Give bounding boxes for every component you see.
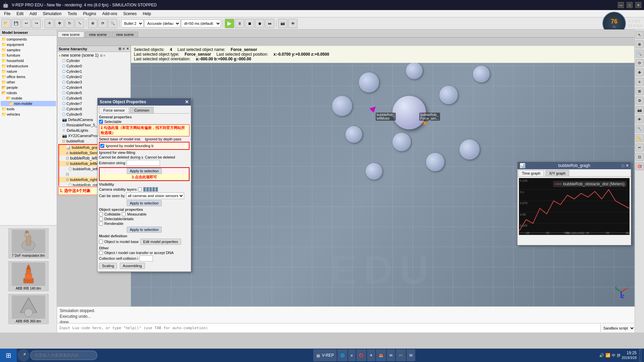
tb-select[interactable]: ✛ bbox=[45, 19, 54, 28]
graph-tab-xy[interactable]: X/Y graph bbox=[545, 170, 569, 176]
sh-item-cylinder4[interactable]: ⬡Cylinder4 bbox=[58, 85, 130, 90]
detectable-checkbox[interactable] bbox=[99, 217, 103, 221]
camlayer-btn-2[interactable] bbox=[146, 187, 149, 192]
tool-btn-7[interactable]: ⊞ bbox=[636, 87, 644, 95]
sh-close[interactable]: ✕ bbox=[126, 47, 129, 51]
extstring-input[interactable] bbox=[126, 160, 160, 166]
camlayer-btn-3[interactable] bbox=[149, 187, 152, 192]
tree-item-infrastructure[interactable]: 📁infrastructure bbox=[1, 63, 56, 69]
taskbar-firefox[interactable]: 🦊 bbox=[376, 349, 386, 361]
tool-btn-8[interactable]: ⚙ bbox=[636, 97, 644, 105]
menu-scenes[interactable]: Scenes bbox=[121, 11, 140, 17]
tree-item-people[interactable]: 📂people bbox=[1, 85, 56, 90]
tb-cam-pan[interactable]: ⊕ bbox=[88, 19, 97, 28]
tool-btn-1[interactable]: ↖ bbox=[636, 31, 644, 39]
sim-engine-select[interactable]: Bullet 2 ODE bbox=[121, 19, 144, 27]
taskbar-vrep[interactable]: 🤖 V-REP bbox=[313, 349, 337, 361]
sh-item-cylinder3[interactable]: ⬡Cylinder3 bbox=[58, 79, 130, 85]
menu-simulation[interactable]: Simulation bbox=[40, 11, 64, 17]
sh-item-cylinder[interactable]: ⬡Cylinder bbox=[58, 58, 130, 63]
tool-btn-5[interactable]: ✥ bbox=[636, 68, 644, 76]
tb-save[interactable]: 💾 bbox=[11, 19, 21, 28]
canbeseen-select[interactable]: all cameras and vision sensors bbox=[126, 192, 184, 199]
tree-item-vehicles[interactable]: 📁vehicles bbox=[1, 112, 56, 117]
taskbar-start-button[interactable]: ⊞ bbox=[0, 349, 17, 362]
tree-item-officeitems[interactable]: 📁office items bbox=[1, 74, 56, 79]
modelbounding-checkbox[interactable] bbox=[100, 144, 104, 148]
model-preview-abb360[interactable]: ABB IRB 360.ttm bbox=[8, 294, 49, 324]
maximize-button[interactable]: □ bbox=[627, 2, 633, 8]
tool-btn-11[interactable]: 🔧 bbox=[636, 125, 644, 133]
taskbar-search-input[interactable] bbox=[30, 351, 97, 360]
menu-tools[interactable]: Tools bbox=[65, 11, 79, 17]
graph-tab-time[interactable]: Time graph bbox=[518, 170, 544, 176]
tb-cam-zoom[interactable]: 🔍 bbox=[108, 19, 117, 28]
tb-move[interactable]: ✥ bbox=[55, 19, 64, 28]
taskbar-app2[interactable]: ✈ bbox=[367, 349, 375, 361]
collection-input[interactable] bbox=[140, 255, 153, 261]
minimize-button[interactable]: — bbox=[618, 2, 624, 8]
tb-scale[interactable]: ⤡ bbox=[75, 19, 84, 28]
tool-btn-14[interactable]: ⊡ bbox=[636, 153, 644, 161]
sim-mode-select[interactable]: Accurate (defau Fast bbox=[144, 19, 180, 27]
tb-redo[interactable]: ↪ bbox=[32, 19, 41, 28]
scene-tab-2[interactable]: new scene bbox=[85, 32, 111, 37]
modelbase-checkbox[interactable] bbox=[99, 240, 103, 244]
tree-item-nonmobile[interactable]: 📁non-mobile bbox=[1, 101, 56, 106]
tool-btn-10[interactable]: 👁 bbox=[636, 115, 644, 123]
measurable-checkbox[interactable] bbox=[122, 212, 126, 216]
show-desktop-btn[interactable] bbox=[639, 349, 641, 361]
step-button[interactable]: ⏭ bbox=[265, 19, 274, 28]
menu-addons[interactable]: Add-ons bbox=[100, 11, 120, 17]
scene-tab-3[interactable]: new scene bbox=[112, 32, 138, 37]
tree-item-components[interactable]: 📁components bbox=[1, 37, 56, 42]
menu-plugins[interactable]: Plugins bbox=[80, 11, 99, 17]
record-button[interactable]: ⏺ bbox=[255, 19, 264, 28]
sh-item-cylinder1[interactable]: ⬡Cylinder1 bbox=[58, 69, 130, 74]
menu-edit[interactable]: Edit bbox=[14, 11, 26, 17]
selectable-checkbox[interactable] bbox=[99, 120, 103, 124]
lua-script-select[interactable]: Sandbox script bbox=[600, 324, 635, 332]
tree-item-tools[interactable]: 📁tools bbox=[1, 106, 56, 112]
menu-file[interactable]: File bbox=[1, 11, 13, 17]
taskbar-edge[interactable]: e bbox=[348, 349, 356, 361]
taskbar-app1[interactable]: ⭕ bbox=[356, 349, 366, 361]
tray-icon-sound[interactable]: 📶 bbox=[605, 353, 610, 358]
taskbar-ie[interactable]: 🌐 bbox=[337, 349, 347, 361]
tool-btn-6[interactable]: ≡ bbox=[636, 78, 644, 86]
tool-btn-4[interactable]: ⟳ bbox=[636, 59, 644, 67]
tool-btn-12[interactable]: 📐 bbox=[636, 134, 644, 142]
tree-item-other[interactable]: 📁other bbox=[1, 79, 56, 85]
camlayer-btn-4[interactable] bbox=[152, 187, 155, 192]
scene-tab-1[interactable]: new scene bbox=[58, 32, 84, 37]
search-microphone[interactable]: 🎤 bbox=[17, 349, 30, 361]
lua-input[interactable] bbox=[57, 324, 600, 332]
tray-icon-network[interactable]: 🔊 bbox=[599, 353, 604, 358]
tb-rotate[interactable]: ↻ bbox=[65, 19, 74, 28]
tb-eye[interactable]: 👁 bbox=[288, 19, 298, 28]
taskbar-game[interactable]: 🎮 bbox=[396, 349, 406, 361]
sop-tab-common[interactable]: Common bbox=[130, 107, 154, 113]
tool-btn-2[interactable]: ⊕ bbox=[636, 40, 644, 48]
renderable-checkbox[interactable] bbox=[99, 222, 103, 226]
assembling-btn[interactable]: Assembling bbox=[120, 263, 145, 269]
sop-close[interactable]: ✕ bbox=[185, 99, 189, 105]
tool-btn-13[interactable]: ✂ bbox=[636, 143, 644, 152]
pause-button[interactable]: ⏸ bbox=[235, 19, 244, 28]
graph-resize[interactable]: □ bbox=[622, 163, 624, 168]
apply-button-2[interactable]: Apply to selection bbox=[127, 200, 162, 206]
tool-btn-9[interactable]: 📷 bbox=[636, 106, 644, 114]
sh-icon2[interactable]: ≡ bbox=[123, 47, 125, 51]
sim-dt-select[interactable]: dt=50 ms (default: dt=10 ms bbox=[181, 19, 221, 27]
taskbar-mail[interactable]: ✉ bbox=[387, 349, 395, 361]
menu-add[interactable]: Add bbox=[27, 11, 39, 17]
sh-scene[interactable]: ● new scene (scene 1) ⊞ ≡ bbox=[58, 53, 130, 58]
sh-item-cylinder2[interactable]: ⬡Cylinder2 bbox=[58, 74, 130, 79]
camlayer-btn-5[interactable] bbox=[155, 187, 158, 192]
tree-item-mobile[interactable]: 📂mobile bbox=[1, 96, 56, 101]
tb-cam-rot[interactable]: ⟳ bbox=[98, 19, 107, 28]
sh-item-cylinder0[interactable]: ⬡Cylinder0 bbox=[58, 63, 130, 69]
tb-open[interactable]: 📂 bbox=[1, 19, 11, 28]
model-preview-7dof[interactable]: 7 DoF manipulator.ttm bbox=[8, 228, 49, 258]
apply-button-1[interactable]: Apply to selection bbox=[127, 168, 162, 174]
